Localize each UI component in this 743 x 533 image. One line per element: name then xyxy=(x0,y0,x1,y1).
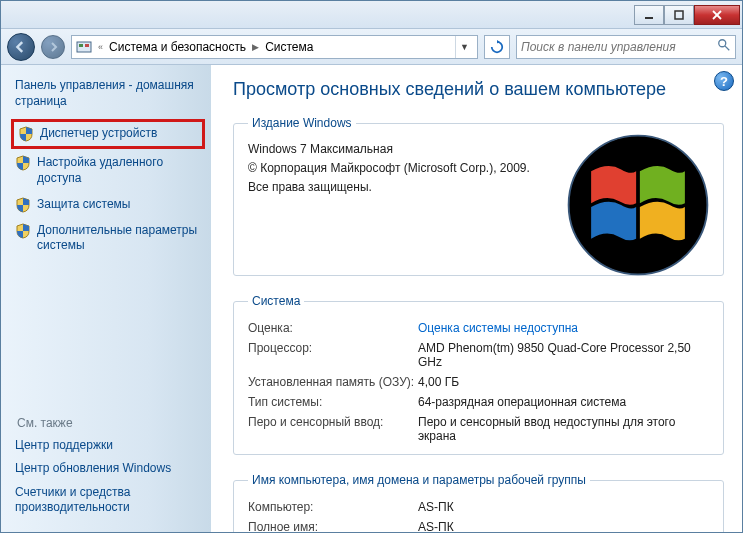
address-bar: « Система и безопасность ▶ Система ▼ xyxy=(1,29,742,65)
help-button[interactable]: ? xyxy=(714,71,734,91)
sidebar-item-label: Дополнительные параметры системы xyxy=(37,223,201,254)
see-also-performance[interactable]: Счетчики и средства производительности xyxy=(15,485,201,516)
close-button[interactable] xyxy=(694,5,740,25)
row-system-type: Тип системы: 64-разрядная операционная с… xyxy=(248,392,709,412)
see-also-windows-update[interactable]: Центр обновления Windows xyxy=(15,461,201,477)
sidebar-item-remote-settings[interactable]: Настройка удаленного доступа xyxy=(15,155,201,186)
pen-label: Перо и сенсорный ввод: xyxy=(248,415,418,443)
computer-label: Компьютер: xyxy=(248,500,418,514)
computer-name-group: Имя компьютера, имя домена и параметры р… xyxy=(233,473,724,532)
sidebar-item-label: Диспетчер устройств xyxy=(40,126,157,142)
shield-icon xyxy=(15,197,31,213)
sidebar-item-label: Настройка удаленного доступа xyxy=(37,155,201,186)
row-processor: Процессор: AMD Phenom(tm) 9850 Quad-Core… xyxy=(248,338,709,372)
sidebar-item-device-manager[interactable]: Диспетчер устройств xyxy=(11,119,205,149)
computer-legend: Имя компьютера, имя домена и параметры р… xyxy=(248,473,590,487)
sidebar-item-system-protection[interactable]: Защита системы xyxy=(15,197,201,213)
minimize-button[interactable] xyxy=(634,5,664,25)
edition-legend: Издание Windows xyxy=(248,116,356,130)
windows-edition-group: Издание Windows Windows 7 Максимальная ©… xyxy=(233,116,724,276)
breadcrumb-item[interactable]: Система и безопасность xyxy=(109,40,246,54)
body: Панель управления - домашняя страница Ди… xyxy=(1,65,742,532)
windows-logo-icon xyxy=(563,130,713,280)
window-buttons xyxy=(634,5,740,25)
breadcrumb-separator-icon: ▶ xyxy=(250,42,261,52)
window: « Система и безопасность ▶ Система ▼ Пан… xyxy=(0,0,743,533)
system-group: Система Оценка: Оценка системы недоступн… xyxy=(233,294,724,455)
svg-rect-1 xyxy=(675,11,683,19)
shield-icon xyxy=(15,155,31,171)
search-input[interactable] xyxy=(521,40,717,54)
row-computer-name: Компьютер: AS-ПК xyxy=(248,497,709,517)
search-box[interactable] xyxy=(516,35,736,59)
breadcrumb-item[interactable]: Система xyxy=(265,40,313,54)
rating-label: Оценка: xyxy=(248,321,418,335)
breadcrumb[interactable]: « Система и безопасность ▶ Система ▼ xyxy=(71,35,478,59)
sidebar-item-label: Защита системы xyxy=(37,197,130,213)
maximize-button[interactable] xyxy=(664,5,694,25)
nav-forward-button[interactable] xyxy=(41,35,65,59)
breadcrumb-prefix: « xyxy=(96,42,105,52)
page-title: Просмотр основных сведений о вашем компь… xyxy=(233,79,724,100)
svg-rect-5 xyxy=(79,44,83,47)
system-legend: Система xyxy=(248,294,304,308)
nav-back-button[interactable] xyxy=(7,33,35,61)
cpu-label: Процессор: xyxy=(248,341,418,369)
type-label: Тип системы: xyxy=(248,395,418,409)
titlebar xyxy=(1,1,742,29)
row-full-name: Полное имя: AS-ПК xyxy=(248,517,709,532)
type-value: 64-разрядная операционная система xyxy=(418,395,709,409)
rating-value-link[interactable]: Оценка системы недоступна xyxy=(418,321,709,335)
pen-value: Перо и сенсорный ввод недоступны для это… xyxy=(418,415,709,443)
search-icon xyxy=(717,38,731,56)
row-rating: Оценка: Оценка системы недоступна xyxy=(248,318,709,338)
content-pane: ? Просмотр основных сведений о вашем ком… xyxy=(211,65,742,532)
row-pen-touch: Перо и сенсорный ввод: Перо и сенсорный … xyxy=(248,412,709,446)
see-also-action-center[interactable]: Центр поддержки xyxy=(15,438,201,454)
row-ram: Установленная память (ОЗУ): 4,00 ГБ xyxy=(248,372,709,392)
see-also-heading: См. также xyxy=(17,416,201,430)
cpu-value: AMD Phenom(tm) 9850 Quad-Core Processor … xyxy=(418,341,709,369)
breadcrumb-dropdown-icon[interactable]: ▼ xyxy=(455,36,473,58)
refresh-button[interactable] xyxy=(484,35,510,59)
shield-icon xyxy=(18,126,34,142)
shield-icon xyxy=(15,223,31,239)
computer-value: AS-ПК xyxy=(418,500,709,514)
ram-value: 4,00 ГБ xyxy=(418,375,709,389)
control-panel-home-link[interactable]: Панель управления - домашняя страница xyxy=(15,77,201,109)
fullname-value: AS-ПК xyxy=(418,520,709,532)
svg-line-8 xyxy=(725,45,729,49)
ram-label: Установленная память (ОЗУ): xyxy=(248,375,418,389)
control-panel-icon xyxy=(76,39,92,55)
fullname-label: Полное имя: xyxy=(248,520,418,532)
svg-rect-6 xyxy=(85,44,89,47)
svg-point-7 xyxy=(719,39,726,46)
sidebar: Панель управления - домашняя страница Ди… xyxy=(1,65,211,532)
sidebar-item-advanced-settings[interactable]: Дополнительные параметры системы xyxy=(15,223,201,254)
